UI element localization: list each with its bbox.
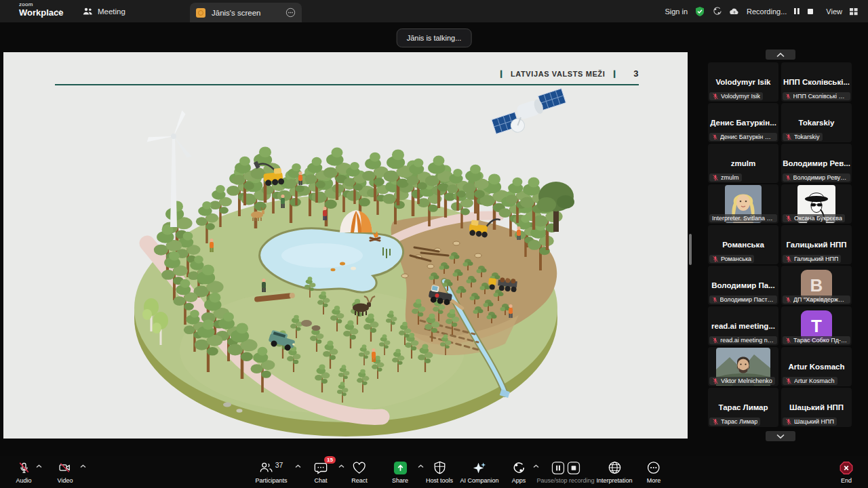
participant-name-label: Viktor Melnichenko (709, 377, 775, 385)
participant-tile[interactable]: Володимир Па...Володимир Пастернак (708, 266, 778, 305)
participant-name-label: read.ai meeting notes (709, 336, 777, 344)
people-icon (83, 7, 93, 16)
apps-button[interactable]: Apps (512, 460, 526, 484)
participants-options-chevron[interactable] (295, 464, 301, 468)
view-grid-icon[interactable] (849, 7, 859, 16)
ai-sparkle-icon (472, 460, 486, 475)
host-tools-button[interactable]: Host tools (426, 460, 453, 484)
tab-options-ellipsis-icon[interactable] (285, 7, 296, 18)
heart-icon (352, 460, 366, 475)
audio-options-chevron[interactable] (36, 464, 42, 468)
ai-companion-button[interactable]: AI Companion (460, 460, 498, 484)
view-button-label[interactable]: View (826, 7, 842, 16)
more-button[interactable]: More (647, 460, 661, 484)
active-speaker-toast: Jānis is talking... (397, 28, 472, 47)
pause-recording-icon[interactable] (793, 7, 800, 15)
participant-tile[interactable]: РоманськаРоманська (708, 225, 778, 264)
forest-illustration (3, 52, 688, 439)
tab-meeting[interactable]: Meeting (76, 0, 132, 22)
mic-muted-icon (785, 418, 792, 425)
react-label: React (351, 477, 368, 484)
gallery-scroll-up-button[interactable] (766, 49, 795, 60)
participant-tile[interactable]: Viktor Melnichenko (708, 347, 778, 386)
participant-name-label: Володимир Пастернак (709, 296, 777, 304)
share-area-scrollbar[interactable] (689, 234, 692, 265)
satellite (489, 89, 570, 140)
gallery-scroll-down-button[interactable] (766, 431, 795, 441)
participant-name-label: Тарас Лимар (709, 418, 760, 426)
mic-muted-icon (712, 174, 719, 181)
participant-tile[interactable]: Оксана Букрєєва (781, 184, 852, 224)
share-label: Share (392, 477, 408, 484)
participant-tile[interactable]: Шацький НППШацький НПП (781, 388, 852, 427)
workspace-chevron-down-icon[interactable] (56, 8, 62, 14)
participant-tile[interactable]: read.ai meeting...read.ai meeting notes (708, 306, 778, 346)
share-options-chevron[interactable] (418, 464, 424, 468)
chat-button[interactable]: 15 Chat (314, 460, 328, 484)
stop-recording-icon[interactable] (807, 8, 814, 15)
tab-janis-screen[interactable]: Jānis's screen (190, 3, 302, 22)
participant-tile[interactable]: Interpreter. Svitlana Pant... (708, 184, 778, 224)
end-call-icon (840, 460, 854, 475)
connected-apps-icon[interactable] (712, 6, 722, 16)
participant-tile[interactable]: Volodymyr IsikVolodymyr Isik (708, 62, 778, 102)
participant-name-label: Interpreter. Svitlana Pant... (709, 214, 777, 222)
participant-tile[interactable]: TТарас Собко Пд-3х ... (781, 306, 852, 346)
participant-name-label: ДП "Харківдержлісп... (783, 296, 850, 304)
mic-muted-icon (712, 256, 719, 262)
stop-icon[interactable] (567, 462, 580, 474)
interpretation-label: Interpretation (596, 477, 632, 484)
mic-muted-icon (712, 296, 718, 303)
participant-name-label: Романська (709, 255, 754, 263)
host-tools-label: Host tools (426, 477, 453, 484)
participant-tile[interactable]: Галицький НППГалицький НПП (781, 225, 852, 264)
end-label: End (841, 477, 852, 484)
mic-muted-icon (785, 215, 792, 222)
react-button[interactable]: React (351, 460, 368, 484)
participant-tile[interactable]: zmulmzmulm (708, 144, 778, 183)
video-options-chevron[interactable] (80, 464, 86, 468)
share-button[interactable]: Share (392, 460, 408, 484)
logo-zoom-text: zoom (19, 2, 64, 7)
top-bar-right-controls: Sign in Recording... View (665, 0, 859, 22)
end-meeting-button[interactable]: End (840, 460, 854, 484)
chat-options-chevron[interactable] (338, 464, 344, 468)
chat-label: Chat (314, 477, 327, 484)
participant-tile[interactable]: Денис Батуркін...Денис Батуркін ДСЛ... (708, 103, 778, 142)
pause-stop-label: Pause/stop recording (536, 477, 594, 484)
mic-muted-icon (785, 337, 791, 344)
recording-status-text: Recording... (747, 7, 787, 16)
mic-muted-icon (785, 174, 791, 181)
pause-icon[interactable] (551, 462, 564, 474)
shield-icon (433, 460, 446, 475)
mic-muted-icon (785, 296, 791, 303)
screen-share-tab-icon (196, 8, 205, 18)
mic-muted-icon (712, 93, 719, 100)
participant-tile[interactable]: Artur KosmachArtur Kosmach (781, 347, 852, 386)
participant-name-label: НПП Сколівські Беск... (783, 92, 850, 100)
participant-tile[interactable]: Тарас ЛимарТарас Лимар (708, 388, 778, 427)
chat-unread-badge: 15 (324, 456, 336, 464)
video-button[interactable]: Video (58, 460, 73, 484)
participant-tile[interactable]: BДП "Харківдержлісп... (781, 266, 852, 305)
shared-screen-slide: ❙ LATVIJAS VALSTS MEŽI ❙ 3 (3, 52, 688, 439)
sign-in-link[interactable]: Sign in (665, 7, 688, 16)
participants-button[interactable]: 37 Participants (255, 460, 287, 484)
participant-name-label: Volodymyr Isik (709, 92, 763, 100)
zoom-app-window: zoom Workplace Meeting Jānis's screen Si… (0, 0, 868, 488)
participant-tile[interactable]: Володимир Рев...Володимир Ревуцький (781, 144, 852, 183)
participants-label: Participants (255, 477, 287, 484)
apps-label: Apps (512, 477, 526, 484)
encryption-shield-icon[interactable] (694, 6, 705, 17)
audio-button[interactable]: Audio (16, 460, 31, 484)
participant-tile[interactable]: TokarskiyTokarskiy (781, 103, 852, 142)
participant-name-label: Галицький НПП (783, 255, 841, 263)
participants-sidebar: Volodymyr IsikVolodymyr IsikНПП Сколівсь… (693, 22, 868, 488)
more-label: More (647, 477, 661, 484)
more-ellipsis-icon (647, 460, 660, 475)
interpretation-button[interactable]: Interpretation (596, 460, 632, 484)
mic-muted-icon (17, 460, 31, 475)
mic-muted-icon (785, 378, 792, 384)
participant-tile[interactable]: НПП Сколівські...НПП Сколівські Беск... (781, 62, 852, 102)
pause-stop-recording-button[interactable]: Pause/stop recording (536, 460, 594, 484)
